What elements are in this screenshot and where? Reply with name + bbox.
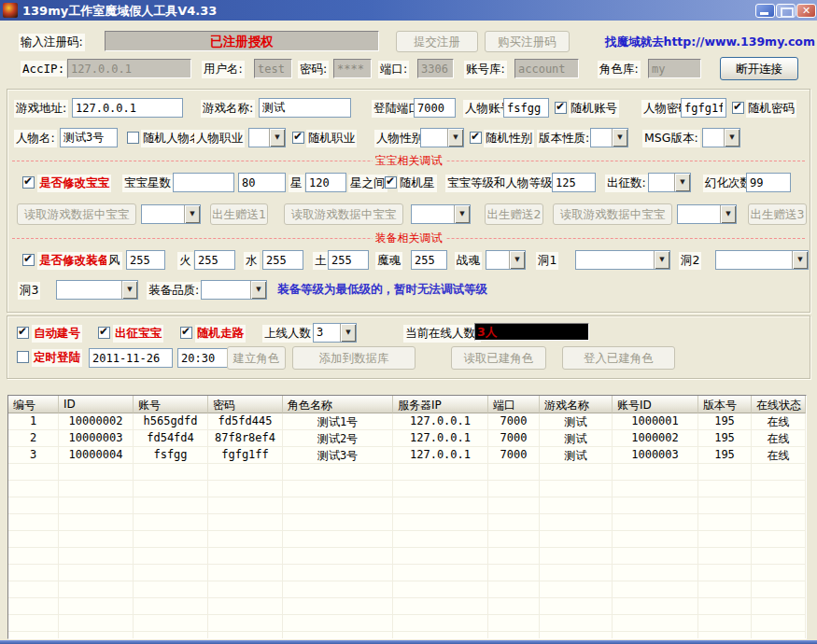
login-port-field[interactable] xyxy=(414,98,456,118)
pet-select-1[interactable]: ▼ xyxy=(141,204,201,224)
deploy-pet-checkbox[interactable] xyxy=(98,327,110,339)
create-role-button[interactable]: 建立角色 xyxy=(227,346,286,370)
table-cell: 1 xyxy=(8,413,59,429)
random-account-checkbox[interactable] xyxy=(555,102,567,114)
earth-label: 土 xyxy=(313,252,329,270)
birth-gift-button-3[interactable]: 出生赠送3 xyxy=(748,203,807,225)
wind-field[interactable] xyxy=(126,250,165,270)
db-port-field[interactable] xyxy=(417,59,454,78)
char-name-field[interactable] xyxy=(60,128,118,147)
random-job-checkbox[interactable] xyxy=(292,132,304,144)
maximize-button[interactable] xyxy=(776,4,796,18)
game-addr-field[interactable] xyxy=(72,98,183,118)
table-row[interactable]: 210000003fd54fd487f8r8ef4测试2号127.0.0.170… xyxy=(8,430,806,447)
minimize-button[interactable] xyxy=(755,4,775,18)
timed-login-checkbox[interactable] xyxy=(17,351,29,363)
game-name-field[interactable] xyxy=(259,98,351,118)
chevron-down-icon: ▼ xyxy=(447,129,463,147)
pet-star-field[interactable] xyxy=(173,173,234,192)
deploy-pet-label: 出征宝宝 xyxy=(113,325,163,343)
column-header[interactable]: 账号 xyxy=(134,396,208,413)
read-pet-button-3[interactable]: 读取游戏数据中宝宝 xyxy=(553,203,672,225)
char-account-field[interactable] xyxy=(503,98,549,118)
war-soul-label: 战魂 xyxy=(455,252,482,270)
earth-field[interactable] xyxy=(328,250,369,270)
star-max-field[interactable] xyxy=(305,173,346,192)
table-row[interactable]: 110000002h565gdfdfd5fd445测试1号127.0.0.170… xyxy=(8,413,806,430)
close-button[interactable]: ✕ xyxy=(796,4,816,18)
msg-version-select[interactable]: ▼ xyxy=(702,128,740,147)
birth-gift-button-1[interactable]: 出生赠送1 xyxy=(210,203,268,225)
add-to-db-button[interactable]: 添加到数据库 xyxy=(292,346,416,370)
fire-label: 火 xyxy=(177,252,193,270)
equip-quality-select[interactable]: ▼ xyxy=(201,280,267,300)
accip-field[interactable] xyxy=(67,59,191,78)
column-header[interactable]: 密码 xyxy=(208,396,283,413)
random-star-checkbox[interactable] xyxy=(385,176,397,189)
column-header[interactable]: 游戏名称 xyxy=(540,396,613,413)
column-header[interactable]: 账号ID xyxy=(613,396,698,413)
pet-select-3[interactable]: ▼ xyxy=(677,204,737,224)
hole1-select[interactable]: ▼ xyxy=(575,250,670,270)
char-gender-select[interactable]: ▼ xyxy=(420,128,464,147)
water-field[interactable] xyxy=(262,250,303,270)
hole2-select[interactable]: ▼ xyxy=(715,250,809,270)
pet-stars-label: 宝宝星数 xyxy=(122,175,173,192)
username-field[interactable] xyxy=(254,59,292,78)
chevron-down-icon: ▼ xyxy=(184,205,200,223)
pet-level-field[interactable] xyxy=(552,173,596,192)
star-min-field[interactable] xyxy=(238,173,286,192)
timed-login-label: 定时登陆 xyxy=(32,349,82,367)
random-account-label: 随机账号 xyxy=(569,100,619,118)
column-header[interactable]: 版本号 xyxy=(698,396,752,413)
random-gender-checkbox[interactable] xyxy=(470,132,482,144)
chevron-down-icon: ▼ xyxy=(454,205,470,223)
magic-soul-field[interactable] xyxy=(411,250,447,270)
pet-select-2[interactable]: ▼ xyxy=(411,204,471,224)
column-header[interactable]: 编号 xyxy=(8,396,59,413)
buy-register-code-button[interactable]: 购买注册码 xyxy=(485,31,570,52)
random-walk-checkbox[interactable] xyxy=(180,327,192,339)
auto-create-checkbox[interactable] xyxy=(17,327,29,339)
table-cell: 测试 xyxy=(540,430,613,446)
disconnect-button[interactable]: 断开连接 xyxy=(720,57,798,80)
column-header[interactable]: 角色名称 xyxy=(283,396,393,413)
column-header[interactable]: 服务器IP xyxy=(393,396,488,413)
table-row[interactable]: 310000004fsfggfgfg1ff测试3号127.0.0.17000测试… xyxy=(8,447,806,464)
fire-field[interactable] xyxy=(194,250,235,270)
version-type-select[interactable]: ▼ xyxy=(590,128,628,147)
column-header[interactable]: 在线状态 xyxy=(752,396,806,413)
online-count-select[interactable]: 3 ▼ xyxy=(313,323,357,343)
random-name-checkbox[interactable] xyxy=(127,132,139,144)
submit-register-button[interactable]: 提交注册 xyxy=(396,31,478,52)
table-cell: 1000002 xyxy=(613,430,698,446)
website-link[interactable]: 找魔域就去http://www.139my.com xyxy=(605,35,815,50)
login-date-field[interactable] xyxy=(89,348,173,368)
char-job-select[interactable]: ▼ xyxy=(248,128,286,147)
modify-pet-checkbox[interactable] xyxy=(22,176,35,189)
deploy-count-select[interactable]: ▼ xyxy=(648,173,691,192)
role-db-field[interactable] xyxy=(648,59,701,78)
hole3-select[interactable]: ▼ xyxy=(56,280,138,300)
column-header[interactable]: ID xyxy=(59,396,134,413)
table-cell: 7000 xyxy=(488,413,540,429)
war-soul-select[interactable]: ▼ xyxy=(486,250,526,270)
login-roles-button[interactable]: 登入已建角色 xyxy=(562,346,675,370)
chevron-down-icon: ▼ xyxy=(269,129,285,147)
char-password-field[interactable] xyxy=(681,98,726,118)
table-cell: 3 xyxy=(8,447,59,463)
current-online-label: 当前在线人数: xyxy=(403,325,481,343)
password-field[interactable] xyxy=(333,59,372,78)
magic-times-field[interactable] xyxy=(746,173,791,192)
read-pet-button-1[interactable]: 读取游戏数据中宝宝 xyxy=(17,203,136,225)
birth-gift-button-2[interactable]: 出生赠送2 xyxy=(485,203,543,225)
column-header[interactable]: 端口 xyxy=(488,396,540,413)
modify-equip-checkbox[interactable] xyxy=(22,254,35,266)
random-password-checkbox[interactable] xyxy=(732,102,744,114)
account-table[interactable]: 编号ID账号密码角色名称服务器IP端口游戏名称账号ID版本号在线状态110000… xyxy=(7,395,807,639)
chevron-down-icon: ▼ xyxy=(340,324,356,342)
table-cell: 在线 xyxy=(752,430,806,446)
read-roles-button[interactable]: 读取已建角色 xyxy=(451,346,546,370)
read-pet-button-2[interactable]: 读取游戏数据中宝宝 xyxy=(284,203,403,225)
account-db-field[interactable] xyxy=(514,59,579,78)
